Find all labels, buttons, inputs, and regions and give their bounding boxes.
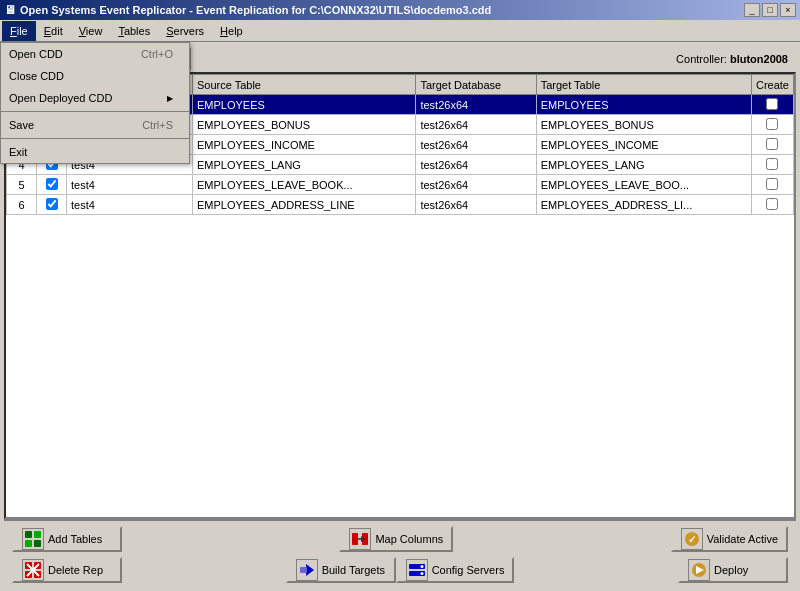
config-servers-label: Config Servers — [432, 564, 505, 576]
menu-item-servers[interactable]: Servers — [158, 21, 212, 41]
create-checkbox[interactable] — [766, 178, 778, 190]
deploy-label: Deploy — [714, 564, 748, 576]
cell-target-table: EMPLOYEES_LANG — [536, 155, 751, 175]
deploy-button[interactable]: Deploy — [678, 557, 788, 583]
cell-target-db: test26x64 — [416, 135, 536, 155]
cell-create — [751, 155, 793, 175]
svg-rect-3 — [34, 540, 41, 547]
cell-target-table: EMPLOYEES_INCOME — [536, 135, 751, 155]
menu-item-file[interactable]: File — [2, 21, 36, 41]
menu-separator-2 — [1, 138, 189, 139]
cell-row-num: 6 — [7, 195, 37, 215]
maximize-button[interactable]: □ — [762, 3, 778, 17]
bottom-row-1: Add Tables Map Columns — [12, 525, 788, 552]
title-text: 🖥 Open Systems Event Replicator - Event … — [4, 3, 491, 17]
cell-check — [37, 195, 67, 215]
controller-value: bluton2008 — [730, 53, 788, 65]
cell-source-table: EMPLOYEES_LANG — [192, 155, 415, 175]
file-dropdown-menu: Open CDD Ctrl+O Close CDD Open Deployed … — [0, 42, 190, 164]
table-row[interactable]: 5test4EMPLOYEES_LEAVE_BOOK...test26x64EM… — [7, 175, 794, 195]
build-targets-icon — [296, 559, 318, 581]
build-targets-label: Build Targets — [322, 564, 385, 576]
bottom-row-2: Delete Rep Build Targets — [12, 556, 788, 583]
map-columns-icon — [349, 528, 371, 550]
deploy-icon — [688, 559, 710, 581]
validate-active-button[interactable]: ✓ Validate Active — [671, 526, 788, 552]
bottom-bar: Add Tables Map Columns — [4, 519, 796, 587]
delete-rep-icon — [22, 559, 44, 581]
cell-target-db: test26x64 — [416, 115, 536, 135]
menu-open-deployed-cdd[interactable]: Open Deployed CDD — [1, 87, 189, 109]
cell-create — [751, 175, 793, 195]
add-tables-label: Add Tables — [48, 533, 102, 545]
menu-save[interactable]: Save Ctrl+S — [1, 114, 189, 136]
cell-target-table: EMPLOYEES_BONUS — [536, 115, 751, 135]
map-columns-button[interactable]: Map Columns — [339, 526, 453, 552]
title-controls: _ □ × — [744, 3, 796, 17]
title-label: Open Systems Event Replicator - Event Re… — [20, 4, 491, 16]
col-header-target-table: Target Table — [536, 75, 751, 95]
row-checkbox[interactable] — [46, 198, 58, 210]
svg-rect-1 — [34, 531, 41, 538]
create-checkbox[interactable] — [766, 198, 778, 210]
cell-source-table: EMPLOYEES_BONUS — [192, 115, 415, 135]
close-button[interactable]: × — [780, 3, 796, 17]
controller-info: Controller: bluton2008 — [676, 53, 796, 65]
minimize-button[interactable]: _ — [744, 3, 760, 17]
menu-open-cdd[interactable]: Open CDD Ctrl+O — [1, 43, 189, 65]
add-tables-icon — [22, 528, 44, 550]
table-row[interactable]: 6test4EMPLOYEES_ADDRESS_LINEtest26x64EMP… — [7, 195, 794, 215]
svg-point-21 — [420, 572, 423, 575]
col-header-target-db: Target Database — [416, 75, 536, 95]
svg-marker-16 — [306, 564, 314, 576]
menu-close-cdd[interactable]: Close CDD — [1, 65, 189, 87]
cell-source-table: EMPLOYEES_ADDRESS_LINE — [192, 195, 415, 215]
svg-text:✓: ✓ — [688, 534, 696, 545]
config-servers-icon — [406, 559, 428, 581]
col-header-source-table: Source Table — [192, 75, 415, 95]
create-checkbox[interactable] — [766, 138, 778, 150]
cell-create — [751, 195, 793, 215]
controller-label: Controller: — [676, 53, 727, 65]
cell-target-db: test26x64 — [416, 195, 536, 215]
svg-rect-2 — [25, 540, 32, 547]
menu-item-view[interactable]: View — [71, 21, 111, 41]
cell-target-table: EMPLOYEES — [536, 95, 751, 115]
row-checkbox[interactable] — [46, 178, 58, 190]
cell-create — [751, 135, 793, 155]
delete-rep-label: Delete Rep — [48, 564, 103, 576]
create-checkbox[interactable] — [766, 158, 778, 170]
svg-rect-4 — [352, 533, 358, 545]
create-checkbox[interactable] — [766, 118, 778, 130]
svg-rect-17 — [300, 567, 307, 573]
cell-source-table: EMPLOYEES — [192, 95, 415, 115]
menu-item-help[interactable]: Help — [212, 21, 251, 41]
validate-active-label: Validate Active — [707, 533, 778, 545]
delete-rep-button[interactable]: Delete Rep — [12, 557, 122, 583]
title-bar: 🖥 Open Systems Event Replicator - Event … — [0, 0, 800, 20]
cell-check — [37, 175, 67, 195]
add-tables-button[interactable]: Add Tables — [12, 526, 122, 552]
create-checkbox[interactable] — [766, 98, 778, 110]
menu-separator-1 — [1, 111, 189, 112]
cell-target-table: EMPLOYEES_LEAVE_BOO... — [536, 175, 751, 195]
menu-item-tables[interactable]: Tables — [110, 21, 158, 41]
build-targets-button[interactable]: Build Targets — [286, 557, 396, 583]
svg-rect-0 — [25, 531, 32, 538]
config-servers-button[interactable]: Config Servers — [396, 557, 515, 583]
cell-source-table: EMPLOYEES_LEAVE_BOOK... — [192, 175, 415, 195]
cell-create — [751, 95, 793, 115]
cell-target-db: test26x64 — [416, 95, 536, 115]
menu-exit[interactable]: Exit — [1, 141, 189, 163]
cell-source-db: test4 — [67, 175, 193, 195]
cell-target-db: test26x64 — [416, 175, 536, 195]
cell-row-num: 5 — [7, 175, 37, 195]
map-columns-label: Map Columns — [375, 533, 443, 545]
col-header-create: Create — [751, 75, 793, 95]
menu-bar: File Edit View Tables Servers Help — [0, 20, 800, 42]
cell-source-db: test4 — [67, 195, 193, 215]
cell-target-db: test26x64 — [416, 155, 536, 175]
cell-create — [751, 115, 793, 135]
validate-active-icon: ✓ — [681, 528, 703, 550]
menu-item-edit[interactable]: Edit — [36, 21, 71, 41]
